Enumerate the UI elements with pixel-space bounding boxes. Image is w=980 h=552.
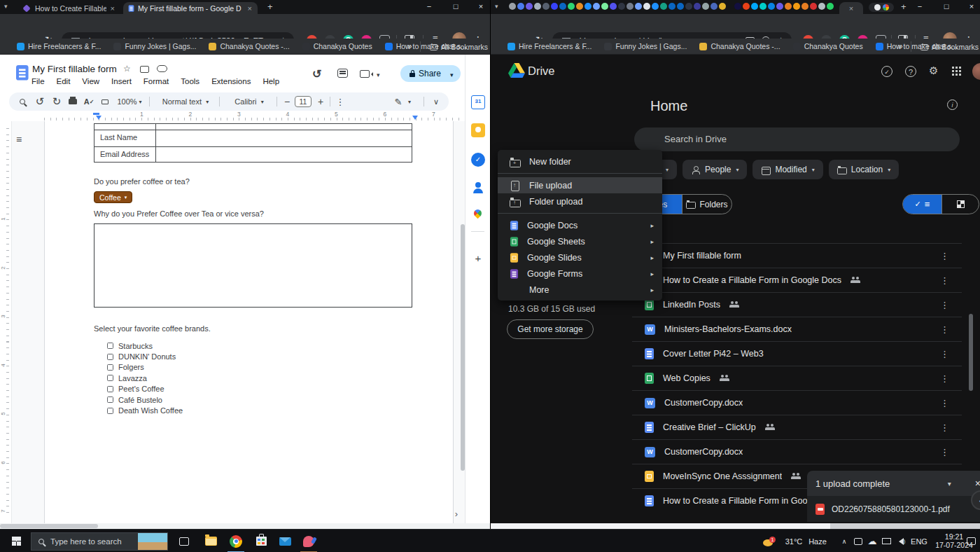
tab-search-icon[interactable]: ▾ — [495, 3, 498, 10]
info-icon[interactable]: i — [947, 99, 958, 110]
comments-icon[interactable] — [337, 69, 348, 78]
collapse-toolbar-icon[interactable]: ∨ — [430, 92, 442, 111]
help-icon[interactable]: ? — [905, 66, 916, 77]
language-indicator[interactable]: ENG — [909, 530, 930, 552]
checkbox-item[interactable]: Death Wish Coffee — [107, 405, 183, 415]
mini-tab-favicon[interactable] — [827, 3, 834, 10]
filter-chip-modified[interactable]: Modified▾ — [752, 160, 822, 179]
maximize-button[interactable]: □ — [445, 0, 466, 13]
file-row[interactable]: How to Create a Fillable Form in Google … — [632, 268, 962, 292]
mini-tab-favicon[interactable] — [776, 3, 783, 10]
filter-chip-location[interactable]: Location▾ — [829, 160, 899, 179]
checkbox-item[interactable]: Peet's Coffee — [107, 384, 183, 394]
mini-tab-favicon[interactable] — [568, 3, 575, 10]
bookmark-item[interactable]: Hire Freelancers & F... — [17, 42, 101, 50]
drive-scrollbar[interactable] — [969, 314, 973, 391]
chrome-button[interactable] — [225, 530, 246, 552]
form-table[interactable]: Last Name Email Address — [94, 123, 412, 163]
display-icon[interactable] — [879, 530, 893, 552]
editing-mode-icon[interactable]: ✎ — [393, 92, 404, 111]
more-options-icon[interactable]: ⋮ — [940, 349, 949, 359]
mail-button[interactable] — [274, 530, 295, 552]
mini-tab-favicon[interactable] — [542, 3, 550, 10]
bookmark-item[interactable]: Chanakya Quotes — [302, 42, 372, 50]
bookmark-item[interactable]: Chanakya Quotes — [793, 42, 863, 50]
offline-status-icon[interactable]: ✓ — [881, 66, 892, 77]
file-row[interactable]: Web Copies⋮ — [632, 366, 962, 390]
menu-item-google-slides[interactable]: Google Slides▸ — [498, 249, 662, 265]
browser-tab[interactable]: How to Create Fillable Forms in × — [18, 2, 120, 14]
bookmark-item[interactable]: Hire Freelancers & F... — [507, 42, 592, 50]
minimize-button[interactable]: − — [419, 0, 440, 13]
drive-logo-icon[interactable] — [508, 63, 525, 78]
mini-tab-favicon[interactable] — [635, 3, 642, 10]
bookmark-item[interactable]: Funny Jokes | Gags... — [604, 42, 687, 50]
toolbar-more-icon[interactable]: ⋮ — [335, 92, 345, 111]
tab-search-icon[interactable]: ▾ — [4, 3, 8, 10]
mini-tab-favicon[interactable] — [593, 3, 600, 10]
more-options-icon[interactable]: ⋮ — [940, 422, 949, 433]
print-icon[interactable] — [68, 92, 78, 111]
maps-icon[interactable] — [471, 209, 485, 223]
mini-tab-favicon[interactable] — [710, 3, 718, 10]
mini-tab-favicon[interactable] — [668, 3, 676, 10]
mini-tab-favicon[interactable] — [702, 3, 709, 10]
checkbox-item[interactable]: Lavazza — [107, 373, 183, 383]
redo-icon[interactable]: ↻ — [51, 92, 62, 111]
share-dropdown-icon[interactable]: ▾ — [450, 71, 454, 78]
next-page-chevron-icon[interactable]: › — [455, 509, 458, 519]
mini-tab-favicon[interactable] — [768, 3, 775, 10]
decrease-font-icon[interactable]: − — [282, 92, 292, 111]
answer-text-box[interactable] — [94, 223, 412, 308]
onedrive-cloud-icon[interactable]: ☁ — [865, 530, 879, 552]
checkbox[interactable] — [107, 386, 113, 392]
mini-tab-favicon[interactable] — [810, 3, 817, 10]
close-button[interactable]: × — [961, 0, 980, 13]
editing-mode-dropdown-icon[interactable]: ▾ — [405, 92, 414, 111]
toast-close-icon[interactable]: × — [975, 478, 980, 489]
mini-tab-favicon[interactable] — [517, 3, 524, 10]
font-select[interactable]: Calibri ▾ — [227, 92, 271, 111]
weather-temp[interactable]: 31°C — [780, 530, 808, 552]
document-outline-icon[interactable]: ≡ — [16, 134, 22, 145]
tab-close-icon[interactable]: × — [111, 4, 115, 13]
list-view-button[interactable]: ✓≡ — [903, 195, 941, 214]
weather-icon[interactable]: 1 — [760, 530, 778, 552]
menu-item-file-upload[interactable]: ↑File upload — [498, 177, 662, 193]
file-row[interactable]: My First fillable form⋮ — [632, 243, 962, 268]
menu-edit[interactable]: Edit — [53, 76, 74, 86]
scrollbar-thumb[interactable] — [0, 524, 98, 528]
mini-tab-favicon[interactable] — [584, 3, 592, 10]
menu-extensions[interactable]: Extensions — [208, 76, 254, 86]
more-options-icon[interactable]: ⋮ — [940, 251, 949, 261]
weather-condition[interactable]: Haze — [805, 530, 830, 552]
checkbox-item[interactable]: DUNKIN' Donuts — [107, 351, 183, 361]
volume-icon[interactable]: ) — [893, 530, 907, 552]
menu-item-folder-upload[interactable]: ↑Folder upload — [498, 193, 662, 209]
bookmarks-overflow-icon[interactable]: » — [898, 41, 903, 51]
task-view-button[interactable] — [174, 530, 195, 552]
mini-tab-favicon[interactable] — [793, 3, 800, 10]
horizontal-scrollbar[interactable] — [0, 523, 490, 529]
docs-logo-icon[interactable] — [16, 65, 29, 81]
mini-tab-favicon[interactable] — [610, 3, 617, 10]
mini-tab-favicon[interactable] — [719, 3, 726, 10]
vertical-ruler[interactable]: 1234567 — [0, 121, 12, 523]
undo-icon[interactable]: ↺ — [34, 92, 46, 111]
mini-tab-favicon[interactable] — [751, 3, 758, 10]
mini-tab-favicon[interactable] — [652, 3, 659, 10]
checkbox[interactable] — [107, 354, 113, 360]
checkbox[interactable] — [107, 364, 113, 371]
paint-format-icon[interactable] — [100, 92, 110, 111]
checkbox-item[interactable]: Café Bustelo — [107, 394, 183, 405]
more-options-icon[interactable]: ⋮ — [940, 275, 949, 286]
notification-center-icon[interactable] — [960, 530, 980, 552]
bookmark-item[interactable]: Funny Jokes | Gags... — [113, 42, 196, 50]
tab-group[interactable] — [869, 3, 894, 12]
tab-close-icon[interactable]: × — [849, 4, 853, 13]
minimize-button[interactable]: − — [909, 0, 930, 13]
move-folder-icon[interactable] — [140, 66, 149, 73]
mini-tab-favicon[interactable] — [559, 3, 566, 10]
menu-item-more[interactable]: More▸ — [498, 282, 662, 298]
mini-tab-favicon[interactable] — [760, 3, 766, 10]
